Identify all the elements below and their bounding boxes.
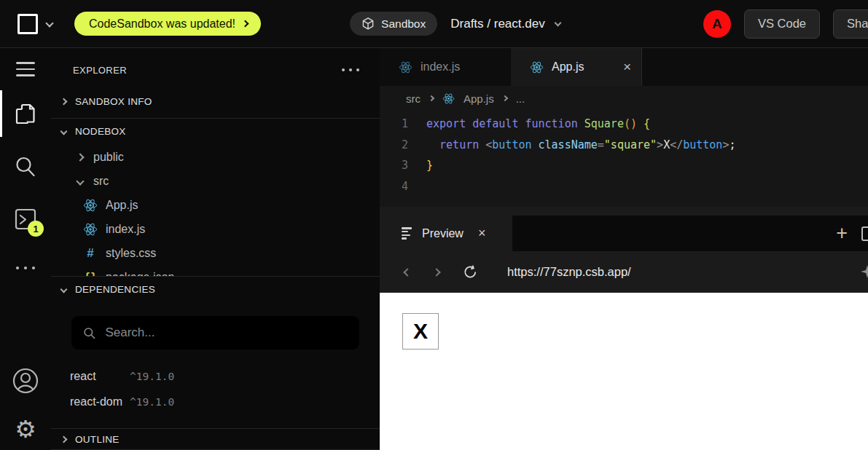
chevron-right-icon — [501, 95, 507, 101]
search-icon[interactable] — [13, 154, 38, 179]
explorer-more-icon[interactable] — [342, 68, 359, 71]
editor-tab-bar: index.js App.js × — [380, 48, 868, 86]
update-banner[interactable]: CodeSandbox was updated! — [74, 12, 261, 36]
logo-chevron-down-icon[interactable] — [45, 19, 53, 27]
workspace-breadcrumb[interactable]: Drafts / react.dev — [450, 17, 560, 31]
sandbox-badge-label: Sandbox — [381, 17, 426, 31]
preview-tab-close-icon[interactable]: × — [478, 226, 486, 241]
tab-preview[interactable]: Preview × — [380, 216, 512, 251]
settings-gear-icon[interactable]: ⚙ — [15, 417, 36, 441]
line-number: 1 — [380, 117, 426, 130]
preview-panel: Preview × + https://77sznp.csb.app/ — [380, 207, 868, 450]
preview-tab-strip: + — [512, 216, 868, 251]
tree-item-package-json[interactable]: {} package.json — [51, 265, 380, 276]
editor-breadcrumb[interactable]: src App.js ... — [380, 86, 868, 111]
code-line: 3} — [380, 155, 868, 176]
menu-icon[interactable] — [16, 58, 35, 80]
dependency-version: ^19.1.0 — [130, 396, 174, 408]
tree-item-styles-css[interactable]: # styles.css — [51, 241, 380, 265]
line-number: 3 — [380, 159, 426, 172]
share-button[interactable]: Share — [833, 9, 868, 39]
file-name: App.js — [106, 199, 138, 212]
more-icon[interactable] — [16, 267, 35, 269]
react-icon — [83, 198, 98, 213]
search-icon — [83, 326, 95, 340]
tab-app-js[interactable]: App.js × — [511, 48, 642, 86]
sandbox-badge[interactable]: Sandbox — [350, 12, 437, 36]
json-icon: {} — [83, 271, 98, 277]
back-icon[interactable] — [403, 268, 411, 276]
line-content: } — [426, 159, 433, 172]
url-text[interactable]: https://77sznp.csb.app/ — [507, 265, 631, 279]
preview-tab-label: Preview — [422, 227, 464, 240]
breadcrumb-file: App.js — [464, 92, 494, 105]
section-sandbox-info[interactable]: SANDBOX INFO — [51, 90, 380, 112]
chevron-right-icon — [60, 435, 68, 443]
section-dependencies[interactable]: DEPENDENCIES — [51, 278, 380, 300]
dependency-version: ^19.1.0 — [130, 371, 174, 382]
dependency-search — [71, 316, 359, 350]
layout-icon[interactable] — [861, 226, 868, 241]
file-tree: public src App.js — [51, 142, 380, 276]
section-label: OUTLINE — [75, 434, 120, 445]
dependency-row[interactable]: react-dom ^19.1.0 — [51, 395, 380, 408]
chevron-down-icon — [60, 285, 68, 293]
tree-item-index-js[interactable]: index.js — [51, 217, 380, 241]
dependency-search-input[interactable] — [105, 325, 348, 340]
explorer-sidebar: EXPLORER SANDBOX INFO NODEBOX public src — [51, 48, 380, 450]
account-icon[interactable] — [11, 366, 40, 395]
line-number: 2 — [380, 138, 426, 151]
sparkle-icon[interactable] — [860, 264, 868, 279]
react-icon — [399, 60, 413, 74]
tree-item-app-js[interactable]: App.js — [51, 193, 380, 217]
section-outline[interactable]: OUTLINE — [51, 429, 380, 449]
terminal-icon[interactable]: 1 — [13, 207, 38, 232]
codesandbox-logo-icon[interactable] — [17, 14, 38, 34]
divider — [51, 276, 380, 277]
rendered-square-button[interactable]: X — [402, 313, 439, 350]
chevron-right-icon — [60, 98, 68, 105]
add-preview-icon[interactable]: + — [836, 224, 848, 243]
breadcrumb-more: ... — [516, 92, 525, 105]
preview-url-bar: https://77sznp.csb.app/ — [380, 251, 868, 293]
chevron-down-icon — [60, 127, 68, 135]
file-name: styles.css — [106, 247, 156, 260]
explorer-title: EXPLORER — [73, 65, 127, 76]
terminal-badge: 1 — [28, 221, 44, 237]
forward-icon[interactable] — [432, 268, 440, 276]
react-icon — [530, 60, 544, 74]
vscode-button[interactable]: VS Code — [744, 9, 820, 39]
tree-item-src[interactable]: src — [51, 169, 380, 193]
tree-item-public[interactable]: public — [51, 145, 380, 169]
tab-close-icon[interactable]: × — [623, 59, 631, 75]
preview-tab-bar: Preview × + — [380, 216, 868, 251]
breadcrumb-folder: src — [406, 92, 421, 105]
section-label: DEPENDENCIES — [75, 284, 155, 295]
top-bar: CodeSandbox was updated! Sandbox Drafts … — [0, 0, 868, 48]
editor-pane: index.js App.js × src — [380, 48, 868, 450]
section-nodebox[interactable]: NODEBOX — [51, 120, 380, 142]
line-number: 4 — [380, 180, 426, 193]
chevron-down-icon — [76, 177, 84, 185]
css-icon: # — [83, 246, 98, 261]
dependency-name: react — [70, 370, 124, 383]
dependency-row[interactable]: react ^19.1.0 — [51, 370, 380, 383]
tab-index-js[interactable]: index.js — [380, 48, 511, 86]
tab-label: App.js — [552, 60, 584, 74]
refresh-icon[interactable] — [463, 264, 478, 280]
file-name: index.js — [106, 223, 145, 236]
files-icon[interactable] — [13, 102, 38, 127]
section-label: SANDBOX INFO — [75, 96, 152, 107]
code-line: 4 — [380, 176, 868, 197]
active-view-indicator — [0, 90, 2, 137]
chevron-down-icon — [554, 19, 561, 26]
avatar[interactable]: A — [703, 10, 731, 38]
preview-icon — [402, 227, 412, 239]
folder-name: src — [93, 175, 109, 188]
chevron-right-icon — [76, 153, 84, 161]
code-line: 1export default function Square() { — [380, 114, 868, 135]
code-editor[interactable]: 1export default function Square() {2 ret… — [380, 111, 868, 207]
workspace-breadcrumb-label: Drafts / react.dev — [450, 17, 544, 31]
line-content: export default function Square() { — [426, 117, 650, 130]
cube-icon — [361, 17, 375, 31]
